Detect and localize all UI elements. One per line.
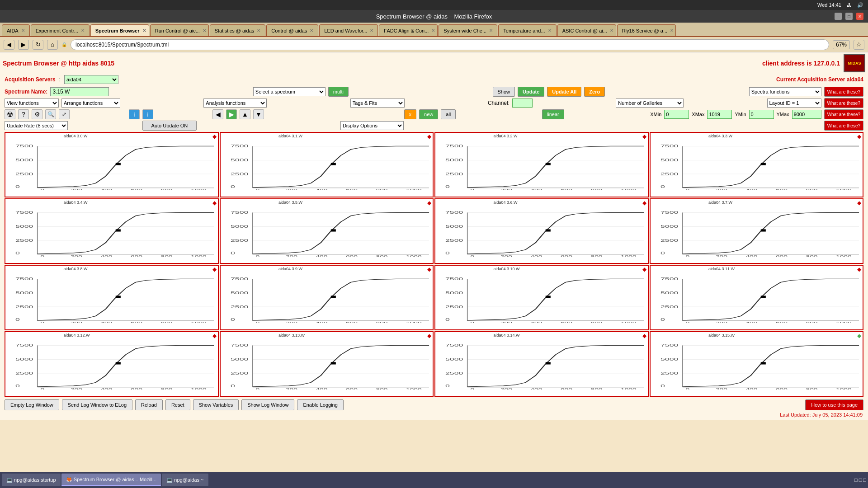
taskbar-item-2[interactable]: 💻 npg@aidas:~: [162, 474, 208, 486]
chart-cell-0[interactable]: aida04 3.0.W ◆ 7500 5000 2500 0 0 200 40…: [5, 132, 219, 197]
chart-cell-2[interactable]: aida04 3.2.W ◆ 7500 5000 2500 0 0 200 40…: [434, 132, 649, 197]
all-button[interactable]: all: [441, 109, 456, 119]
ymax-input[interactable]: [792, 110, 821, 119]
home-button[interactable]: ⌂: [47, 40, 58, 50]
channel-input[interactable]: [512, 99, 533, 108]
update-all-button[interactable]: Update All: [547, 87, 581, 97]
taskbar-item-0[interactable]: 💻 npg@aidas:startup: [2, 474, 61, 486]
chart-cell-1[interactable]: aida04 3.1.W ◆ 7500 5000 2500 0 0 200 40…: [220, 132, 434, 197]
maximize-button[interactable]: □: [845, 13, 853, 20]
enable-logging-button[interactable]: Enable Logging: [297, 399, 343, 410]
chart-cell-15[interactable]: aida04 3.15.W ◆ 7500 5000 2500 0 0 200 4…: [650, 331, 864, 397]
tab-close-icon[interactable]: ✕: [81, 28, 85, 33]
forward-button[interactable]: ▶: [18, 40, 29, 50]
send-log-button[interactable]: Send Log Window to ELog: [62, 399, 132, 410]
taskbar-item-1[interactable]: 🦊 Spectrum Browser @ aidas – Mozill...: [61, 474, 161, 486]
tab-spectrum-browser[interactable]: Spectrum Browser ✕: [90, 24, 149, 36]
xmin-input[interactable]: [664, 110, 689, 119]
tab-experiment-control[interactable]: Experiment Contr... ✕: [31, 24, 90, 36]
chart-cell-4[interactable]: aida04 3.4.W ◆ 7500 5000 2500 0 0 200 40…: [5, 198, 219, 264]
show-button[interactable]: Show: [493, 87, 515, 97]
tags-fits-select[interactable]: Tags & Fits: [350, 99, 405, 108]
down-icon[interactable]: ▼: [253, 109, 264, 119]
tab-close-icon[interactable]: ✕: [670, 28, 674, 33]
tab-close-icon[interactable]: ✕: [548, 28, 552, 33]
close-button[interactable]: ✕: [856, 13, 863, 20]
tab-led-waveform[interactable]: LED and Wavefor... ✕: [319, 24, 378, 36]
chart-cell-10[interactable]: aida04 3.10.W ◆ 7500 5000 2500 0 0 200 4…: [434, 265, 649, 330]
help-icon[interactable]: ?: [18, 109, 29, 119]
spectra-functions-select[interactable]: Spectra functions: [749, 87, 821, 96]
view-functions-select[interactable]: View functions: [5, 99, 59, 108]
linear-button[interactable]: linear: [542, 109, 564, 119]
how-to-button[interactable]: How to use this page: [805, 399, 863, 410]
arrange-functions-select[interactable]: Arrange functions: [61, 99, 120, 108]
acquisition-server-select[interactable]: aida04: [64, 75, 118, 84]
radiation-icon[interactable]: ☢: [5, 109, 15, 119]
what-button-3[interactable]: What are these?: [824, 109, 863, 119]
show-log-button[interactable]: Show Log Window: [241, 399, 294, 410]
chart-cell-13[interactable]: aida04 3.13.W ◆ 7500 5000 2500 0 0 200 4…: [220, 331, 434, 397]
tab-close-icon[interactable]: ✕: [489, 28, 493, 33]
expand-icon[interactable]: ⤢: [59, 109, 70, 119]
chart-cell-5[interactable]: aida04 3.5.W ◆ 7500 5000 2500 0 0 200 40…: [220, 198, 434, 264]
arrow-right-icon[interactable]: ▶: [226, 109, 237, 119]
tab-close-icon[interactable]: ✕: [370, 28, 373, 33]
chart-cell-8[interactable]: aida04 3.8.W ◆ 7500 5000 2500 0 0 200 40…: [5, 265, 219, 330]
tab-system-check[interactable]: System wide Che... ✕: [439, 24, 497, 36]
chart-cell-11[interactable]: aida04 3.11.W ◆ 7500 5000 2500 0 0 200 4…: [650, 265, 864, 330]
tab-asic-control[interactable]: ASIC Control @ ai... ✕: [557, 24, 616, 36]
tab-temperature[interactable]: Temperature and... ✕: [498, 24, 556, 36]
up-icon[interactable]: ▲: [240, 109, 250, 119]
zoom-in-icon[interactable]: 🔍: [45, 109, 56, 119]
tab-close-icon[interactable]: ✕: [142, 28, 146, 33]
tab-close-icon[interactable]: ✕: [257, 28, 260, 33]
zero-button[interactable]: Zero: [584, 87, 605, 97]
info-icon[interactable]: i: [129, 109, 140, 119]
display-options-select[interactable]: Display Options: [340, 121, 404, 130]
chart-cell-9[interactable]: aida04 3.9.W ◆ 7500 5000 2500 0 0 200 40…: [220, 265, 434, 330]
tab-fadc[interactable]: FADC Align & Con... ✕: [379, 24, 438, 36]
tab-control[interactable]: Control @ aidas ✕: [266, 24, 318, 36]
layout-id-select[interactable]: Layout ID = 1: [767, 99, 821, 108]
tab-run-control[interactable]: Run Control @ aic... ✕: [150, 24, 209, 36]
analysis-functions-select[interactable]: Analysis functions: [203, 99, 267, 108]
tab-statistics[interactable]: Statistics @ aidas ✕: [210, 24, 266, 36]
show-variables-button[interactable]: Show Variables: [193, 399, 239, 410]
reset-button[interactable]: Reset: [165, 399, 190, 410]
back-button[interactable]: ◀: [4, 40, 14, 50]
what-button-4[interactable]: What are these?: [824, 121, 863, 131]
tab-close-icon[interactable]: ✕: [203, 28, 206, 33]
chart-cell-14[interactable]: aida04 3.14.W ◆ 7500 5000 2500 0 0 200 4…: [434, 331, 649, 397]
chart-cell-7[interactable]: aida04 3.7.W ◆ 7500 5000 2500 0 0 200 40…: [650, 198, 864, 264]
tab-close-icon[interactable]: ✕: [610, 28, 613, 33]
multi-button[interactable]: multi: [328, 87, 349, 97]
minimize-button[interactable]: –: [835, 13, 842, 20]
info2-icon[interactable]: i: [142, 109, 153, 119]
tab-close-icon[interactable]: ✕: [21, 28, 25, 33]
tab-close-icon[interactable]: ✕: [431, 28, 435, 33]
spectrum-name-input[interactable]: [50, 87, 109, 96]
update-button[interactable]: Update: [518, 87, 544, 97]
xmax-input[interactable]: [707, 110, 732, 119]
auto-update-button[interactable]: Auto Update ON: [142, 121, 197, 131]
chart-cell-6[interactable]: aida04 3.6.W ◆ 7500 5000 2500 0 0 200 40…: [434, 198, 649, 264]
update-rate-select[interactable]: Update Rate (8 secs): [5, 121, 68, 130]
settings-icon[interactable]: ⚙: [32, 109, 42, 119]
reload-button[interactable]: Reload: [135, 399, 163, 410]
url-bar[interactable]: [71, 39, 829, 50]
tab-aida[interactable]: AIDA ✕: [2, 24, 30, 36]
chart-cell-3[interactable]: aida04 3.3.W ◆ 7500 5000 2500 0 0 200 40…: [650, 132, 864, 197]
what-button-1[interactable]: What are these?: [824, 87, 863, 97]
select-spectrum-dropdown[interactable]: Select a spectrum: [253, 87, 326, 96]
what-button-2[interactable]: What are these?: [824, 98, 863, 108]
empty-log-button[interactable]: Empty Log Window: [5, 399, 59, 410]
tab-rly16[interactable]: Rly16 Service @ a... ✕: [617, 24, 676, 36]
x-button[interactable]: x: [404, 109, 417, 119]
ymin-input[interactable]: [749, 110, 774, 119]
tab-close-icon[interactable]: ✕: [310, 28, 313, 33]
arrow-left-icon[interactable]: ◀: [212, 109, 223, 119]
bookmark-button[interactable]: ☆: [854, 40, 864, 50]
new-button[interactable]: new: [419, 109, 438, 119]
number-of-galleries-select[interactable]: Number of Galleries: [616, 99, 684, 108]
